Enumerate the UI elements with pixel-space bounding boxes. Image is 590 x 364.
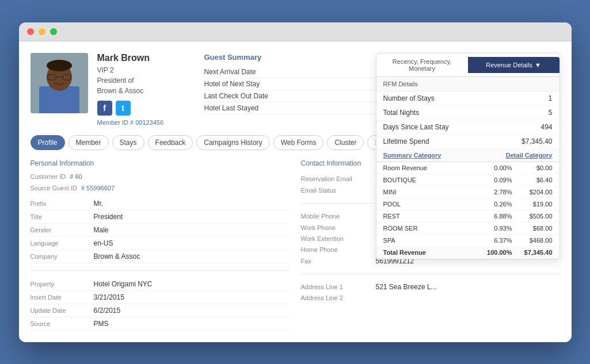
detail-category-header[interactable]: Detail Category: [506, 152, 553, 159]
field-language: Language en-US: [31, 237, 290, 250]
profile-company: Brown & Assoc: [97, 86, 189, 96]
svg-point-6: [47, 60, 72, 71]
summary-category-header[interactable]: Summary Category: [383, 152, 506, 159]
profile-vip: VIP 2: [97, 65, 189, 75]
close-button[interactable]: [27, 28, 34, 35]
field-property: Property Hotel Origami NYC: [31, 278, 290, 291]
rfm-categories-header: Summary Category Detail Category: [376, 149, 559, 162]
rfm-section-title: RFM Details: [376, 77, 559, 91]
personal-info-section: Personal Information Customer ID # 60 So…: [31, 159, 290, 331]
rfm-cat-boutique: BOUTIQUE 0.09% $6.40: [376, 174, 559, 186]
tab-profile[interactable]: Profile: [31, 135, 65, 150]
app-window: Mark Brown VIP 2 President of Brown & As…: [19, 22, 572, 342]
profile-info: Mark Brown VIP 2 President of Brown & As…: [97, 53, 189, 126]
tab-campaigns[interactable]: Campaigns History: [196, 135, 269, 150]
rfm-total-revenue: Total Revenue 100.00% $7,345.40: [376, 247, 559, 259]
rfm-cat-rest: REST 6.88% $505.00: [376, 210, 559, 223]
customer-id-row: Customer ID # 60: [31, 173, 290, 180]
social-links: f t: [97, 101, 189, 116]
tab-revenue-details[interactable]: Revenue Details ▼: [468, 57, 559, 73]
avatar: [31, 53, 88, 113]
rfm-cat-room-ser: ROOM SER 0.93% $68.00: [376, 223, 559, 235]
divider-1: [31, 270, 290, 271]
tab-stays[interactable]: Stays: [112, 135, 144, 150]
rfm-cat-pool: POOL 0.26% $19.00: [376, 198, 559, 210]
contact-address2: Address Line 2: [301, 293, 560, 303]
tab-rfm[interactable]: Recency, Frequency, Monetary: [376, 53, 468, 76]
field-update-date: Update Date 6/2/2015: [31, 304, 290, 317]
tab-member[interactable]: Member: [68, 135, 109, 150]
rfm-stat-lifetime: Lifetime Spend $7,345.40: [376, 135, 559, 149]
dropdown-icon: ▼: [535, 62, 541, 68]
member-id: Member ID # 00123456: [97, 119, 189, 126]
main-content: Mark Brown VIP 2 President of Brown & As…: [19, 41, 572, 342]
personal-info-label: Personal Information: [31, 159, 290, 167]
field-insert-date: Insert Date 3/21/2015: [31, 291, 290, 304]
rfm-cat-spa: SPA 6.37% $468.00: [376, 235, 559, 247]
title-bar: [19, 22, 572, 41]
rfm-stat-days-since: Days Since Last Stay 494: [376, 120, 559, 135]
tab-cluster[interactable]: Cluster: [327, 135, 364, 150]
rfm-cat-mini: MINI 2.78% $204.00: [376, 186, 559, 198]
rfm-cat-room-revenue: Room Revenue 0.00% $0.00: [376, 162, 559, 174]
source-guest-id-row: Source Guest ID # 55996607: [31, 185, 290, 191]
field-source: Source PMS: [31, 317, 290, 331]
minimize-button[interactable]: [39, 28, 45, 35]
divider-3: [301, 274, 560, 274]
twitter-icon[interactable]: t: [116, 101, 131, 116]
rfm-stat-nights: Total Nights 5: [376, 106, 559, 120]
rfm-stat-stays: Number of Stays 1: [376, 91, 559, 106]
profile-title: President of: [97, 75, 189, 86]
maximize-button[interactable]: [50, 28, 57, 35]
field-prefix: Prefix Mr.: [31, 197, 290, 210]
tab-web-forms[interactable]: Web Forms: [273, 135, 324, 150]
rfm-panel: Recency, Frequency, Monetary Revenue Det…: [376, 53, 560, 259]
profile-name: Mark Brown: [97, 53, 189, 63]
field-title: Title President: [31, 210, 290, 224]
rfm-tabs: Recency, Frequency, Monetary Revenue Det…: [376, 53, 559, 77]
field-gender: Gender Male: [31, 224, 290, 237]
field-company: Company Brown & Assoc: [31, 250, 290, 263]
contact-address1: Address Line 1 521 Sea Breeze L...: [301, 281, 560, 293]
facebook-icon[interactable]: f: [97, 101, 112, 116]
tab-feedback[interactable]: Feedback: [148, 135, 193, 150]
